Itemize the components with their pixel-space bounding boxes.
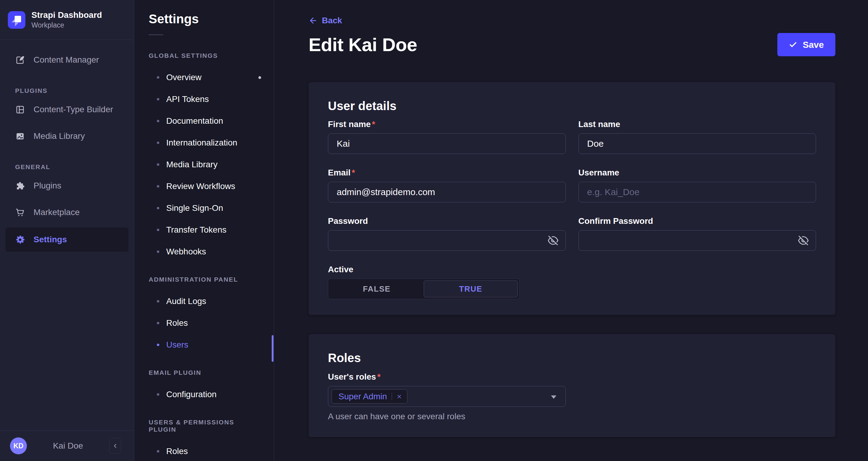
subnav-item-label: Documentation [166,116,223,126]
subnav-item-label: Audit Logs [166,296,206,306]
sidebar-item-plugins[interactable]: Plugins [0,172,134,199]
role-tag: Super Admin [332,389,407,404]
subnav-group: ADMINISTRATION PANELAudit LogsRolesUsers [134,276,274,356]
bullet-icon [157,163,159,166]
arrow-left-icon [309,16,318,25]
strapi-logo-icon [8,11,25,29]
settings-subnav: Settings GLOBAL SETTINGSOverviewAPI Toke… [134,0,274,461]
toggle-option-true[interactable]: TRUE [424,281,518,297]
subnav-item-label: Configuration [166,390,217,399]
active-field: Active FALSE TRUE [328,265,816,299]
email-input[interactable] [328,182,566,202]
sidebar-item-label: Content-Type Builder [34,105,113,114]
subnav-item-review-workflows[interactable]: Review Workflows [134,175,274,197]
workspace-brand: Strapi Dashboard Workplace [0,0,134,40]
bullet-icon [157,229,159,231]
subnav-item-media-library[interactable]: Media Library [134,154,274,175]
sidebar-item-settings[interactable]: Settings [5,228,128,252]
notification-dot [258,76,261,79]
first-name-input[interactable] [328,134,566,154]
sidebar-item-content-type-builder[interactable]: Content-Type Builder [0,96,134,123]
sidebar-section-plugins: PLUGINS [0,87,134,94]
sidebar-item-label: Plugins [34,181,61,191]
subnav-item-webhooks[interactable]: Webhooks [134,241,274,263]
subnav-item-overview[interactable]: Overview [134,66,274,88]
confirm-password-label: Confirm Password [579,216,816,226]
back-link[interactable]: Back [309,16,342,25]
bullet-icon [157,76,159,79]
required-asterisk: * [372,119,375,129]
toggle-password-visibility-button[interactable] [795,232,812,249]
subnav-group-label: GLOBAL SETTINGS [149,52,259,59]
subnav-item-single-sign-on[interactable]: Single Sign-On [134,197,274,219]
subnav-item-label: Roles [166,446,188,456]
user-roles-select[interactable]: Super Admin [328,386,566,407]
bullet-icon [157,251,159,253]
workspace-subtitle: Workplace [31,21,102,29]
subnav-item-label: Media Library [166,160,218,169]
password-label: Password [328,216,566,226]
subnav-item-roles[interactable]: Roles [134,312,274,334]
subnav-item-configuration[interactable]: Configuration [134,383,274,405]
sidebar-item-label: Media Library [34,131,85,141]
pen-square-icon [15,55,25,65]
active-toggle[interactable]: FALSE TRUE [328,279,520,299]
password-input[interactable] [328,230,566,251]
subnav-item-users[interactable]: Users [134,334,274,356]
subnav-item-documentation[interactable]: Documentation [134,110,274,132]
username-input[interactable] [579,182,816,202]
page-title: Edit Kai Doe [309,34,417,55]
subnav-item-label: Overview [166,73,202,82]
subnav-item-internationalization[interactable]: Internationalization [134,132,274,154]
subnav-group-label: ADMINISTRATION PANEL [149,276,259,283]
current-user-name: Kai Doe [27,441,109,451]
remove-role-button[interactable] [392,394,407,400]
first-name-field: First name* [328,119,566,154]
subnav-item-api-tokens[interactable]: API Tokens [134,88,274,110]
sidebar-item-marketplace[interactable]: Marketplace [0,199,134,226]
eye-off-icon [798,235,809,246]
roles-helper-text: A user can have one or several roles [328,412,816,421]
subnav-item-transfer-tokens[interactable]: Transfer Tokens [134,219,274,241]
subnav-item-label: Internationalization [166,138,237,148]
subnav-item-audit-logs[interactable]: Audit Logs [134,290,274,312]
bullet-icon [157,120,159,122]
required-asterisk: * [377,372,380,381]
bullet-icon [157,450,159,453]
sidebar-item-media-library[interactable]: Media Library [0,123,134,149]
first-name-label: First name* [328,119,566,129]
sidebar-item-content-manager[interactable]: Content Manager [0,47,134,73]
bullet-icon [157,322,159,324]
workspace-title: Strapi Dashboard [31,10,102,20]
role-tag-label: Super Admin [332,392,392,401]
bullet-icon [157,344,159,346]
confirm-password-input[interactable] [579,230,816,251]
required-asterisk: * [352,168,355,177]
subnav-item-label: Single Sign-On [166,203,223,213]
sidebar-footer: KD Kai Doe [0,430,134,461]
toggle-password-visibility-button[interactable] [545,232,562,249]
confirm-password-field: Confirm Password [579,216,816,251]
last-name-label: Last name [579,119,816,129]
toggle-option-false[interactable]: FALSE [330,281,424,297]
email-label: Email* [328,168,566,178]
subnav-item-label: API Tokens [166,94,209,104]
subnav-group: USERS & PERMISSIONS PLUGINRoles [134,419,274,461]
subnav-groups: GLOBAL SETTINGSOverviewAPI TokensDocumen… [134,52,274,461]
username-field: Username [579,168,816,202]
sidebar-item-label: Marketplace [34,207,80,217]
bullet-icon [157,393,159,396]
collapse-sidebar-button[interactable] [109,438,121,454]
subnav-item-roles[interactable]: Roles [134,440,274,461]
avatar[interactable]: KD [10,437,27,454]
active-label: Active [328,265,816,275]
save-button[interactable]: Save [777,33,835,56]
last-name-field: Last name [579,119,816,154]
last-name-input[interactable] [579,134,816,154]
subnav-item-label: Transfer Tokens [166,225,226,235]
subnav-item-label: Webhooks [166,247,206,257]
subnav-scrollbar-thumb[interactable] [272,335,274,362]
user-details-card: User details First name* Last name Email… [309,82,835,315]
email-field: Email* [328,168,566,202]
close-icon [396,394,402,400]
